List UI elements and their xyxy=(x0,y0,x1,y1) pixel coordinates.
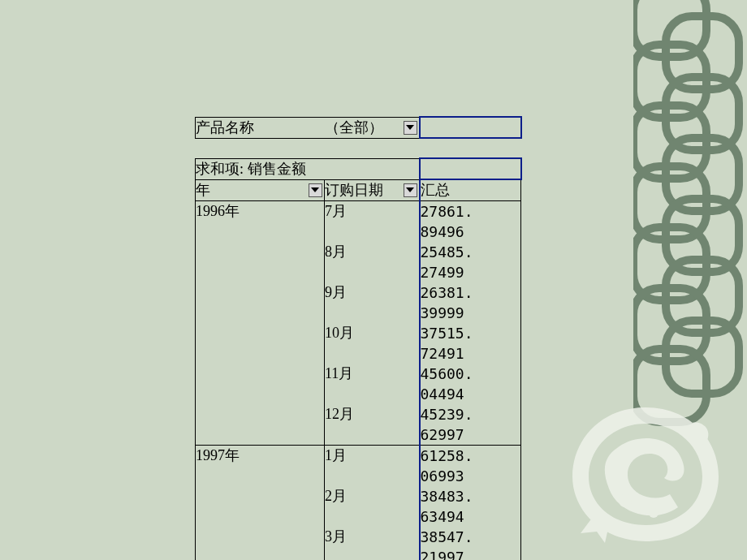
filter-value-cell[interactable]: （全部） xyxy=(325,117,420,138)
svg-rect-12 xyxy=(633,349,706,422)
value-cell: 45239. 62997 xyxy=(420,404,521,446)
summary-blank-cell xyxy=(420,158,521,179)
value-cell: 37515. 72491 xyxy=(420,323,521,364)
svg-rect-1 xyxy=(666,77,739,150)
dropdown-icon[interactable] xyxy=(404,183,417,197)
table-row: 11月45600. 04494 xyxy=(196,364,521,404)
svg-point-14 xyxy=(649,508,658,518)
header-total-cell: 汇总 xyxy=(420,179,521,201)
pivot-table: 产品名称 （全部） 求和项: 销售金额 年 xyxy=(195,116,522,560)
year-label: 1996年 xyxy=(196,203,240,219)
value-cell: 38483. 63494 xyxy=(420,486,521,527)
svg-rect-3 xyxy=(666,199,739,272)
value-cell: 38547. 21997 xyxy=(420,527,521,560)
year-cell: 1996年 xyxy=(196,201,325,243)
table-row: 1997年1月61258. 06993 xyxy=(196,446,521,487)
svg-rect-11 xyxy=(633,288,706,361)
right-ornament xyxy=(633,0,747,560)
table-row: 12月45239. 62997 xyxy=(196,404,521,446)
month-cell: 3月 xyxy=(325,527,420,560)
table-row: 2月38483. 63494 xyxy=(196,486,521,527)
svg-point-13 xyxy=(619,494,632,507)
year-label: 1997年 xyxy=(196,447,240,463)
month-cell: 2月 xyxy=(325,486,420,527)
header-year: 年 xyxy=(196,182,210,198)
summary-label-row: 求和项: 销售金额 xyxy=(196,158,521,179)
summary-label-cell: 求和项: 销售金额 xyxy=(196,158,325,179)
value-cell: 61258. 06993 xyxy=(420,446,521,487)
filter-row: 产品名称 （全部） xyxy=(196,117,521,138)
svg-rect-10 xyxy=(633,227,706,300)
corner-seal-ornament xyxy=(568,403,723,545)
month-cell: 10月 xyxy=(325,323,420,364)
svg-rect-2 xyxy=(666,138,739,211)
svg-rect-8 xyxy=(633,106,706,179)
filter-value: （全部） xyxy=(325,119,383,136)
table-row: 8月25485. 27499 xyxy=(196,242,521,282)
svg-rect-9 xyxy=(633,166,706,239)
month-cell: 12月 xyxy=(325,404,420,446)
column-header-row: 年 订购日期 汇总 xyxy=(196,179,521,201)
table-row: 3月38547. 21997 xyxy=(196,527,521,560)
table-row: 1996年7月27861. 89496 xyxy=(196,201,521,243)
spacer-row xyxy=(196,138,521,158)
filter-label-cell: 产品名称 xyxy=(196,117,325,138)
header-total: 汇总 xyxy=(421,182,450,198)
slide-background: 产品名称 （全部） 求和项: 销售金额 年 xyxy=(0,0,747,560)
svg-rect-4 xyxy=(666,260,739,333)
svg-rect-7 xyxy=(633,45,706,118)
table-row: 10月37515. 72491 xyxy=(196,323,521,364)
dropdown-icon[interactable] xyxy=(309,183,322,197)
table-row: 9月26381. 39999 xyxy=(196,282,521,323)
month-cell: 7月 xyxy=(325,201,420,243)
value-cell: 26381. 39999 xyxy=(420,282,521,323)
dropdown-icon[interactable] xyxy=(404,121,417,135)
svg-rect-0 xyxy=(666,16,739,89)
svg-rect-6 xyxy=(633,0,706,57)
month-cell: 9月 xyxy=(325,282,420,323)
header-orderdate-cell[interactable]: 订购日期 xyxy=(325,179,420,201)
month-cell: 11月 xyxy=(325,364,420,404)
header-order-date: 订购日期 xyxy=(325,182,383,198)
value-cell: 27861. 89496 xyxy=(420,201,521,243)
filter-field-label: 产品名称 xyxy=(196,119,254,136)
value-cell: 25485. 27499 xyxy=(420,242,521,282)
svg-rect-5 xyxy=(666,321,739,394)
month-cell: 1月 xyxy=(325,446,420,487)
summary-label: 求和项: 销售金额 xyxy=(196,161,306,177)
header-year-cell[interactable]: 年 xyxy=(196,179,325,201)
value-cell: 45600. 04494 xyxy=(420,364,521,404)
filter-blank-cell xyxy=(420,117,521,138)
month-cell: 8月 xyxy=(325,242,420,282)
year-cell: 1997年 xyxy=(196,446,325,487)
